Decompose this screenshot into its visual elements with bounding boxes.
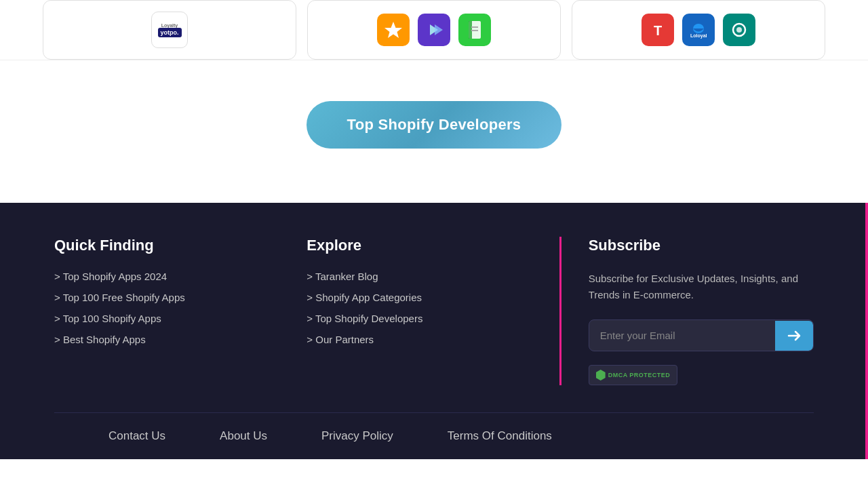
footer-bottom: Contact Us About Us Privacy Policy Terms… [54, 412, 814, 459]
yotpo-icon: Loyalty yotpo. [151, 12, 188, 48]
footer-terms[interactable]: Terms Of Conditions [448, 429, 552, 443]
yotpo-brand-text: yotpo. [158, 28, 182, 37]
footer-link-top-100-free[interactable]: > Top 100 Free Shopify Apps [54, 292, 279, 303]
dmca-badge[interactable]: DMCA PROTECTED [589, 365, 678, 385]
footer-link-developers[interactable]: > Top Shopify Developers [307, 313, 532, 324]
footer-link-partners[interactable]: > Our Partners [307, 334, 532, 345]
footer-link-top-apps-2024[interactable]: > Top Shopify Apps 2024 [54, 271, 279, 282]
svg-text:Loloyal: Loloyal [690, 33, 707, 39]
yotpo-loyalty-text: Loyalty [161, 23, 178, 28]
star-app-icon [377, 14, 410, 46]
dmca-text: DMCA PROTECTED [608, 372, 671, 378]
email-input[interactable] [589, 320, 775, 351]
cta-button-section: Top Shopify Developers [0, 87, 868, 176]
subscribe-title: Subscribe [589, 237, 814, 254]
svg-rect-5 [471, 26, 478, 28]
footer-link-best-apps[interactable]: > Best Shopify Apps [54, 334, 279, 345]
quick-finding-title: Quick Finding [54, 237, 279, 254]
svg-marker-0 [384, 22, 402, 38]
footer-columns: Quick Finding > Top Shopify Apps 2024 > … [54, 237, 814, 385]
app-card-yotpo[interactable]: Loyalty yotpo. [43, 0, 296, 60]
top-shopify-developers-button[interactable]: Top Shopify Developers [307, 101, 562, 149]
footer-link-categories[interactable]: > Shopify App Categories [307, 292, 532, 303]
app-card-group3[interactable]: T Loloyal [572, 0, 825, 60]
svg-text:T: T [654, 23, 662, 38]
subscribe-column: Subscribe Subscribe for Exclusive Update… [559, 237, 814, 385]
footer: Quick Finding > Top Shopify Apps 2024 > … [0, 203, 868, 459]
loloyal-icon: Loloyal [682, 14, 715, 46]
right-pink-border [865, 203, 868, 459]
quick-finding-column: Quick Finding > Top Shopify Apps 2024 > … [54, 237, 307, 385]
footer-privacy-policy[interactable]: Privacy Policy [321, 429, 393, 443]
subscribe-description: Subscribe for Exclusive Updates, Insight… [589, 271, 814, 303]
footer-contact-us[interactable]: Contact Us [108, 429, 165, 443]
svg-point-11 [736, 27, 742, 33]
footer-bottom-links: Contact Us About Us Privacy Policy Terms… [108, 429, 760, 443]
svg-rect-6 [471, 30, 478, 31]
double-arrow-icon [418, 14, 450, 46]
footer-about-us[interactable]: About Us [220, 429, 267, 443]
explore-title: Explore [307, 237, 532, 254]
red-t-icon: T [642, 14, 674, 46]
top-section: Loyalty yotpo. [0, 0, 868, 203]
dmca-badge-content: DMCA PROTECTED [596, 370, 671, 381]
email-form [589, 319, 814, 351]
app-cards-row: Loyalty yotpo. [0, 0, 868, 60]
explore-column: Explore > Taranker Blog > Shopify App Ca… [307, 237, 559, 385]
footer-link-blog[interactable]: > Taranker Blog [307, 271, 532, 282]
green-book-icon [458, 14, 491, 46]
footer-link-top-100-apps[interactable]: > Top 100 Shopify Apps [54, 313, 279, 324]
svg-marker-2 [435, 24, 443, 35]
email-submit-button[interactable] [775, 321, 813, 351]
green-circle-icon [723, 14, 755, 46]
app-card-group2[interactable] [307, 0, 561, 60]
